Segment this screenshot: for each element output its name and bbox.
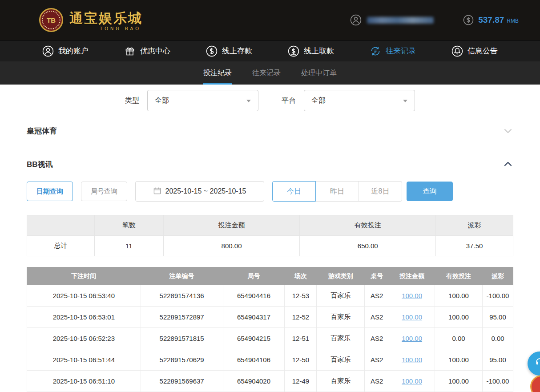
date-query-button[interactable]: 日期查询 — [27, 182, 73, 201]
table-row: 2025-10-15 06:53:40 522891574136 6549044… — [27, 285, 513, 307]
payout-value: 0.00 — [482, 328, 513, 349]
nav-item-announcements[interactable]: 信息公告 — [451, 45, 498, 57]
nav-item-withdraw[interactable]: 线上取款 — [288, 45, 334, 57]
type-filter-group: 类型 全部 — [125, 90, 258, 111]
last-8-days-button[interactable]: 近8日 — [359, 181, 402, 202]
nav-item-my-account[interactable]: 我的账户 — [42, 45, 89, 57]
yesterday-button[interactable]: 昨日 — [315, 181, 359, 202]
game-type: 百家乐 — [317, 307, 365, 328]
table-header-row: 下注时间 注单编号 局号 场次 游戏类别 桌号 投注金额 有效投注 派彩 — [27, 267, 513, 285]
platform-filter-group: 平台 全部 — [282, 90, 415, 111]
summary-col-header: 派彩 — [436, 215, 513, 236]
bet-time: 2025-10-15 06:53:01 — [27, 307, 141, 328]
filter-row: 类型 全部 平台 全部 — [27, 90, 513, 111]
col-header-bet-id: 注单编号 — [141, 267, 223, 285]
section-title: BB视讯 — [27, 159, 53, 170]
summary-valid-bet: 650.00 — [300, 236, 436, 256]
bet-amount-link[interactable]: 100.00 — [402, 313, 422, 321]
summary-count: 11 — [94, 236, 163, 256]
game-type: 百家乐 — [317, 328, 365, 349]
bet-amount-link[interactable]: 100.00 — [402, 335, 422, 342]
headset-chat-icon — [534, 357, 540, 370]
page: TB 通宝娱乐城 TONG BAO — [0, 0, 540, 392]
logo-chip-icon: TB — [39, 8, 63, 32]
table-no: AS2 — [365, 349, 389, 371]
table-row: 2025-10-15 06:51:44 522891570629 6549041… — [27, 349, 513, 371]
section-crown-sports[interactable]: 皇冠体育 — [27, 125, 513, 147]
bet-amount-link[interactable]: 100.00 — [402, 356, 422, 364]
bet-time: 2025-10-15 06:51:44 — [27, 349, 141, 371]
search-button[interactable]: 查询 — [407, 182, 453, 201]
valid-bet: 100.00 — [435, 307, 483, 328]
summary-bet-amount: 800.00 — [163, 236, 300, 256]
bell-icon — [451, 45, 463, 57]
bet-id: 522891571815 — [141, 328, 223, 349]
section-bb-video[interactable]: BB视讯 — [27, 159, 513, 170]
date-range-input[interactable]: 2025-10-15 ~ 2025-10-15 — [135, 181, 264, 202]
nav-label: 我的账户 — [58, 46, 89, 56]
platform-filter-label: 平台 — [282, 96, 296, 105]
quick-range-group: 今日 昨日 近8日 — [272, 181, 402, 202]
table-row: 2025-10-15 06:51:10 522891569637 6549040… — [27, 371, 513, 392]
coin-withdraw-icon — [288, 45, 299, 57]
payout-value: -100.00 — [482, 371, 513, 392]
table-row: 2025-10-15 06:53:01 522891572897 6549043… — [27, 307, 513, 328]
payout-value: 95.00 — [482, 349, 513, 371]
bet-amount-link[interactable]: 100.00 — [402, 292, 422, 299]
account-icon — [42, 45, 54, 57]
session: 12-50 — [285, 349, 317, 371]
top-header: TB 通宝娱乐城 TONG BAO — [0, 0, 540, 40]
today-button[interactable]: 今日 — [272, 181, 316, 202]
caret-down-icon — [246, 100, 251, 102]
nav-item-deposit[interactable]: 线上存款 — [206, 45, 252, 57]
site-logo[interactable]: TB 通宝娱乐城 TONG BAO — [39, 8, 143, 32]
session: 12-53 — [285, 285, 317, 307]
records-subnav: 投注纪录 往来记录 处理中订单 — [0, 61, 540, 85]
user-avatar-icon — [350, 14, 362, 26]
table-no: AS2 — [365, 328, 389, 349]
round-query-button[interactable]: 局号查询 — [81, 182, 127, 201]
summary-col-header: 投注金额 — [163, 215, 300, 236]
logo-text: 通宝娱乐城 TONG BAO — [69, 9, 143, 31]
col-header-payout: 派彩 — [482, 267, 513, 285]
type-filter-label: 类型 — [125, 96, 139, 105]
round-id: 654904020 — [223, 371, 285, 392]
nav-label: 信息公告 — [467, 46, 498, 56]
col-header-table-no: 桌号 — [365, 267, 389, 285]
balance-amount: 537.87 — [478, 15, 504, 25]
summary-table: 笔数 投注金额 有效投注 派彩 总计 11 800.00 650.00 37.5… — [27, 215, 513, 256]
balance-currency: RMB — [507, 18, 519, 24]
session: 12-49 — [285, 371, 317, 392]
tab-pending-orders[interactable]: 处理中订单 — [301, 61, 337, 85]
nav-label: 优惠中心 — [140, 46, 170, 56]
calendar-icon — [153, 187, 161, 196]
valid-bet: 100.00 — [435, 349, 483, 371]
round-id: 654904215 — [223, 328, 285, 349]
session: 12-51 — [285, 328, 317, 349]
section-title: 皇冠体育 — [27, 126, 57, 136]
tab-transaction-records[interactable]: 往来记录 — [252, 61, 281, 85]
type-select[interactable]: 全部 — [147, 90, 258, 111]
tab-bet-records[interactable]: 投注纪录 — [203, 61, 232, 85]
platform-select[interactable]: 全部 — [304, 90, 415, 111]
summary-total-label: 总计 — [27, 236, 95, 256]
game-type: 百家乐 — [317, 371, 365, 392]
chevron-down-icon[interactable] — [503, 125, 513, 136]
nav-item-promotions[interactable]: 优惠中心 — [124, 45, 170, 57]
bet-id: 522891569637 — [141, 371, 223, 392]
summary-col-header — [27, 215, 95, 236]
valid-bet: 100.00 — [435, 371, 483, 392]
nav-item-records[interactable]: 往来记录 — [370, 45, 416, 57]
username-redacted[interactable] — [367, 17, 434, 24]
session: 12-52 — [285, 307, 317, 328]
bet-amount-link[interactable]: 100.00 — [402, 377, 422, 385]
summary-payout: 37.50 — [436, 236, 513, 256]
type-select-value: 全部 — [155, 96, 169, 105]
col-header-valid-bet: 有效投注 — [435, 267, 483, 285]
bet-id: 522891572897 — [141, 307, 223, 328]
platform-select-value: 全部 — [311, 96, 326, 105]
logo-subtitle: TONG BAO — [69, 26, 143, 31]
table-no: AS2 — [365, 371, 389, 392]
chevron-up-icon[interactable] — [503, 159, 513, 170]
bet-id: 522891574136 — [141, 285, 223, 307]
